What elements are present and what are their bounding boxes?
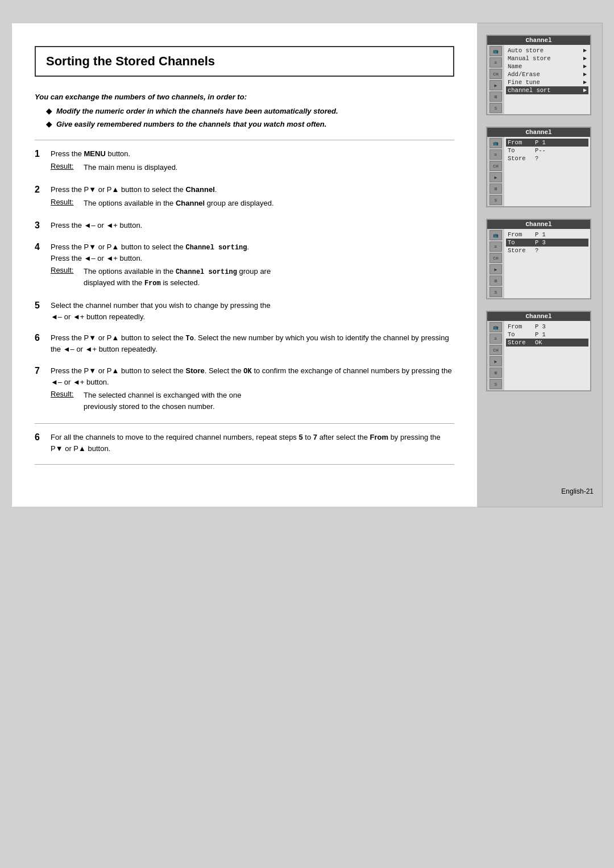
sort-store-4: StoreOK	[506, 339, 588, 347]
page-title: Sorting the Stored Channels	[35, 46, 454, 77]
step-2-content: Press the P▼ or P▲ button to select the …	[51, 184, 454, 212]
step-1-result-text: The main menu is displayed.	[84, 162, 177, 173]
icon-ch-4: CH	[489, 345, 502, 355]
intro-lead: You can exchange the numbers of two chan…	[35, 93, 454, 101]
right-panel: Channel 📺 ≡ CH ▶ ⊞ S Auto store► Manual …	[478, 23, 603, 507]
sort-to-4: ToP 1	[508, 331, 587, 339]
step-5-number: 5	[35, 301, 51, 311]
screen2-menu: FromP 1 ToP-- Store?	[504, 137, 590, 206]
screen-mockup-1: Channel 📺 ≡ CH ▶ ⊞ S Auto store► Manual …	[486, 35, 591, 115]
main-content: Sorting the Stored Channels You can exch…	[11, 23, 478, 507]
sort-from-2: FromP 1	[506, 139, 588, 147]
sort-from-4: FromP 3	[508, 323, 587, 331]
icon-s-2: S	[489, 195, 502, 205]
menu-channel-sort: channel sort►	[506, 86, 588, 94]
icon-tv-1: 📺	[489, 46, 502, 56]
icon-ch-3: CH	[489, 253, 502, 263]
screen-mockup-4: Channel 📺 ≡ CH ▶ ⊞ S FromP 3 ToP 1 Store…	[486, 311, 591, 391]
screen3-body: 📺 ≡ CH ▶ ⊞ S FromP 1 ToP 3 Store?	[487, 229, 590, 298]
icon-vol-1: ▶	[489, 80, 502, 90]
sort-store-3: Store?	[508, 247, 587, 254]
menu-manual-store: Manual store►	[508, 55, 587, 62]
icon-tv-3: 📺	[489, 230, 502, 240]
bullet-item-1: ◆ Modify the numeric order in which the …	[46, 107, 454, 115]
step-6-text: Press the P▼ or P▲ button to select the …	[51, 332, 454, 355]
icon-vol-3: ▶	[489, 264, 502, 274]
step-2-result-text: The options available in the Channel gro…	[84, 198, 274, 209]
step-2-result-label: Result:	[51, 198, 84, 206]
step-2-number: 2	[35, 185, 51, 195]
step-4-result-text: The options available in the Channel sor…	[84, 266, 271, 289]
step-1-result: Result: The main menu is displayed.	[51, 162, 454, 173]
icon-menu-2: ≡	[489, 149, 502, 160]
step-7-text: Press the P▼ or P▲ button to select the …	[51, 365, 454, 388]
step-1-content: Press the MENU button. Result: The main …	[51, 148, 454, 176]
menu-add-erase: Add/Erase►	[508, 70, 587, 78]
icon-grid-2: ⊞	[489, 183, 502, 194]
icon-grid-4: ⊞	[489, 368, 502, 378]
bullet-list: ◆ Modify the numeric order in which the …	[46, 107, 454, 128]
screen3-menu: FromP 1 ToP 3 Store?	[504, 229, 590, 298]
divider-3	[35, 464, 454, 465]
menu-auto-store: Auto store►	[508, 47, 587, 55]
step-7: 7 Press the P▼ or P▲ button to select th…	[35, 365, 454, 416]
step-4-number: 4	[35, 242, 51, 252]
screen1-icons: 📺 ≡ CH ▶ ⊞ S	[487, 45, 504, 114]
icon-ch-2: CH	[489, 161, 502, 171]
sort-to-2: ToP--	[508, 147, 587, 155]
step-6b-number: 6	[35, 432, 51, 443]
icon-grid-1: ⊞	[489, 91, 502, 102]
step-7-result-label: Result:	[51, 390, 84, 398]
icon-vol-2: ▶	[489, 172, 502, 182]
divider-2	[35, 423, 454, 424]
step-4-content: Press the P▼ or P▲ button to select the …	[51, 241, 454, 293]
step-4-result-label: Result:	[51, 266, 84, 274]
icon-tv-4: 📺	[489, 322, 502, 332]
step-3-number: 3	[35, 220, 51, 231]
icon-ch-1: CH	[489, 69, 502, 79]
step-4-result: Result: The options available in the Cha…	[51, 266, 454, 289]
icon-grid-3: ⊞	[489, 276, 502, 286]
icon-menu-3: ≡	[489, 241, 502, 252]
bullet-text-1: Modify the numeric order in which the ch…	[56, 107, 338, 115]
step-3: 3 Press the ◄– or ◄+ button.	[35, 220, 454, 233]
step-6b-content: For all the channels to move to the requ…	[51, 432, 454, 456]
sort-store-2: Store?	[508, 155, 587, 162]
screen-mockup-3: Channel 📺 ≡ CH ▶ ⊞ S FromP 1 ToP 3 Store…	[486, 219, 591, 299]
screen2-title: Channel	[487, 128, 590, 137]
step-6b: 6 For all the channels to move to the re…	[35, 432, 454, 456]
screen2-icons: 📺 ≡ CH ▶ ⊞ S	[487, 137, 504, 206]
icon-tv-2: 📺	[489, 138, 502, 148]
step-5: 5 Select the channel number that you wis…	[35, 300, 454, 324]
step-1-text: Press the MENU button.	[51, 148, 454, 160]
step-4-text: Press the P▼ or P▲ button to select the …	[51, 241, 454, 264]
step-2: 2 Press the P▼ or P▲ button to select th…	[35, 184, 454, 212]
step-1-result-label: Result:	[51, 162, 84, 170]
divider-1	[35, 140, 454, 140]
step-7-result: Result: The selected channel is exchange…	[51, 390, 454, 412]
step-5-content: Select the channel number that you wish …	[51, 300, 454, 324]
icon-vol-4: ▶	[489, 356, 502, 366]
icon-menu-4: ≡	[489, 333, 502, 344]
screen4-body: 📺 ≡ CH ▶ ⊞ S FromP 3 ToP 1 StoreOK	[487, 321, 590, 390]
footer-text: English-21	[486, 470, 594, 495]
screen4-icons: 📺 ≡ CH ▶ ⊞ S	[487, 321, 504, 390]
screen1-body: 📺 ≡ CH ▶ ⊞ S Auto store► Manual store► N…	[487, 45, 590, 114]
screen-mockup-2: Channel 📺 ≡ CH ▶ ⊞ S FromP 1 ToP-- Store…	[486, 127, 591, 207]
step-5-text: Select the channel number that you wish …	[51, 300, 454, 322]
screen4-title: Channel	[487, 312, 590, 321]
screen1-menu: Auto store► Manual store► Name► Add/Eras…	[504, 45, 590, 114]
step-3-content: Press the ◄– or ◄+ button.	[51, 220, 454, 233]
screen3-title: Channel	[487, 220, 590, 229]
step-2-result: Result: The options available in the Cha…	[51, 198, 454, 209]
icon-s-3: S	[489, 287, 502, 297]
step-6-number: 6	[35, 333, 51, 343]
step-1: 1 Press the MENU button. Result: The mai…	[35, 148, 454, 176]
bullet-diamond-2: ◆	[46, 120, 52, 128]
menu-fine-tune: Fine tune►	[508, 78, 587, 86]
step-4: 4 Press the P▼ or P▲ button to select th…	[35, 241, 454, 293]
bullet-item-2: ◆ Give easily remembered numbers to the …	[46, 120, 454, 128]
step-7-result-text: The selected channel is exchanged with t…	[84, 390, 242, 412]
screen4-menu: FromP 3 ToP 1 StoreOK	[504, 321, 590, 390]
bullet-diamond-1: ◆	[46, 107, 52, 115]
